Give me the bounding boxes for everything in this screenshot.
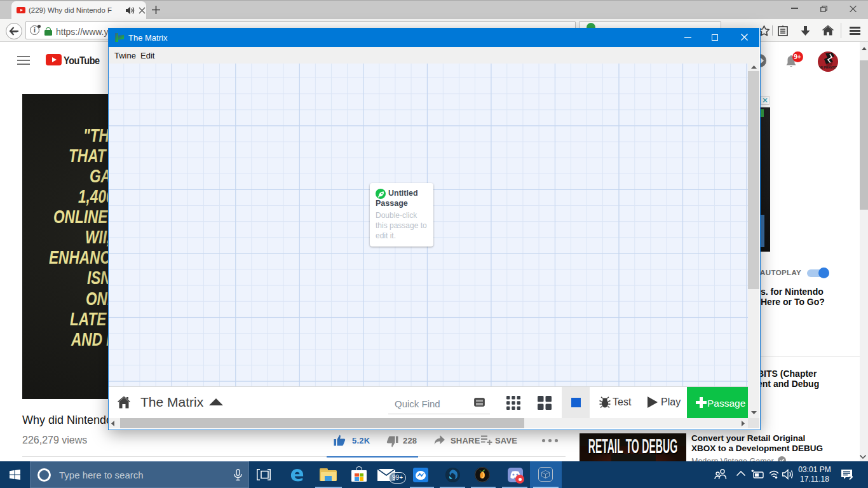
svg-text:THE PHANTOM: THE PHANTOM bbox=[818, 66, 838, 69]
